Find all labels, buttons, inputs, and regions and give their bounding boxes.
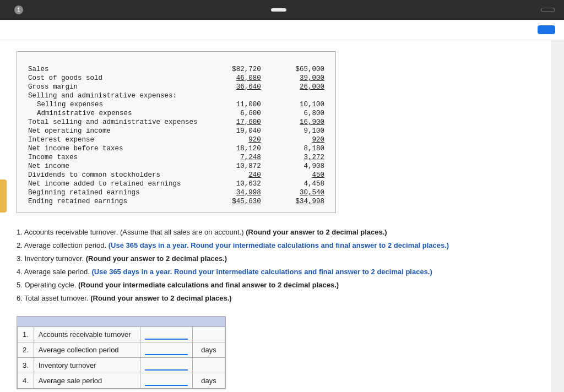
main-content: Sales$82,720$65,000Cost of goods sold46,…: [0, 40, 551, 392]
statement-row-label-11: Net income: [26, 162, 200, 171]
statement-row-last-10: 3,272: [263, 153, 327, 162]
answer-input-2[interactable]: [145, 345, 188, 355]
required-section: 1. Accounts receivable turnover. (Assume…: [17, 226, 534, 305]
required-item-3: 3. Inventory turnover. (Round your answe…: [17, 253, 534, 265]
statement-row-label-2: Gross margin: [26, 83, 200, 91]
statement-row-this-5: 6,600: [200, 109, 263, 118]
statement-row-label-7: Net operating income: [26, 127, 200, 135]
check-my-area: [0, 20, 564, 40]
required-item-5: 5. Operating cycle. (Round your intermed…: [17, 279, 534, 291]
statement-row-label-8: Interest expense: [26, 135, 200, 144]
statement-row-last-3: [263, 91, 327, 100]
statement-row-this-4: 11,000: [200, 100, 263, 109]
statement-row-this-13: 10,632: [200, 179, 263, 188]
answer-row-num-4: 4.: [18, 373, 34, 388]
statement-row-last-2: 26,000: [263, 83, 327, 91]
answer-input-3[interactable]: [145, 360, 188, 371]
answer-table: 1.Accounts receivable turnover2.Average …: [17, 326, 225, 389]
answer-table-container: 1.Accounts receivable turnover2.Average …: [17, 316, 226, 389]
statement-row-label-13: Net income added to retained earnings: [26, 179, 200, 188]
statement-row-last-9: 8,180: [263, 144, 327, 153]
save-exit-button[interactable]: [541, 8, 555, 12]
statement-row-label-12: Dividends to common stockholders: [26, 171, 200, 179]
answer-input-1[interactable]: [145, 329, 188, 340]
statement-row-last-6: 16,900: [263, 118, 327, 127]
answer-row-input-cell-3: [140, 357, 192, 373]
check-my-button[interactable]: [538, 25, 555, 34]
answer-table-row-4: 4.Average sale perioddays: [18, 373, 225, 388]
statement-row-this-14: 34,998: [200, 188, 263, 197]
required-text-bold-3: (Round your answer to 2 decimal places.): [86, 254, 227, 263]
statement-table: Sales$82,720$65,000Cost of goods sold46,…: [26, 64, 327, 206]
statement-row-last-1: 39,000: [263, 74, 327, 83]
answer-row-unit-4: days: [192, 373, 225, 388]
answer-table-row-2: 2.Average collection perioddays: [18, 342, 225, 357]
answer-row-input-cell-1: [140, 326, 192, 342]
info-icon[interactable]: i: [14, 6, 23, 14]
answer-table-header: [17, 317, 225, 326]
required-num-6: 6.: [17, 294, 24, 302]
answer-row-label-3: Inventory turnover: [34, 357, 140, 373]
statement-row-this-6: 17,600: [200, 118, 263, 127]
required-text-normal-2: Average collection period.: [24, 241, 109, 249]
required-text-normal-1: Accounts receivable turnover. (Assume th…: [24, 228, 246, 236]
statement-row-last-15: $34,998: [263, 197, 327, 206]
answer-input-4[interactable]: [145, 375, 188, 386]
statement-row-last-8: 920: [263, 135, 327, 144]
statement-row-this-10: 7,248: [200, 153, 263, 162]
saved-badge: [271, 8, 286, 12]
statement-row-last-4: 10,100: [263, 100, 327, 109]
statement-row-this-0: $82,720: [200, 65, 263, 74]
statement-row-this-7: 19,040: [200, 127, 263, 135]
answer-table-row-1: 1.Accounts receivable turnover: [18, 326, 225, 342]
statement-row-this-8: 920: [200, 135, 263, 144]
statement-row-label-6: Total selling and administrative expense…: [26, 118, 200, 127]
top-bar-center: [271, 8, 286, 12]
statement-row-label-14: Beginning retained earnings: [26, 188, 200, 197]
answer-row-num-1: 1.: [18, 326, 34, 342]
statement-row-label-3: Selling and administrative expenses:: [26, 91, 200, 100]
statement-row-last-5: 6,800: [263, 109, 327, 118]
statement-row-last-11: 4,908: [263, 162, 327, 171]
statement-row-last-14: 30,540: [263, 188, 327, 197]
required-item-4: 4. Average sale period. (Use 365 days in…: [17, 266, 534, 278]
required-text-normal-6: Total asset turnover.: [24, 294, 90, 302]
required-text-normal-4: Average sale period.: [24, 268, 92, 276]
answer-row-label-4: Average sale period: [34, 373, 140, 388]
answer-row-num-3: 3.: [18, 357, 34, 373]
answer-row-unit-empty-1: [192, 326, 225, 342]
top-bar-right: [534, 8, 555, 12]
statement-row-label-15: Ending retained earnings: [26, 197, 200, 206]
required-text-bold-1: (Round your answer to 2 decimal places.): [246, 228, 387, 236]
statement-row-label-10: Income taxes: [26, 153, 200, 162]
statement-row-label-9: Net income before taxes: [26, 144, 200, 153]
required-item-2: 2. Average collection period. (Use 365 d…: [17, 239, 534, 252]
answer-row-label-1: Accounts receivable turnover: [34, 326, 140, 342]
required-num-4: 4.: [17, 268, 24, 276]
answer-row-unit-empty-3: [192, 357, 225, 373]
required-num-3: 3.: [17, 254, 24, 263]
top-bar: i: [0, 0, 564, 20]
statement-row-this-9: 18,120: [200, 144, 263, 153]
statement-row-label-1: Cost of goods sold: [26, 74, 200, 83]
required-text-blue-2: (Use 365 days in a year. Round your inte…: [109, 241, 449, 249]
answer-row-num-2: 2.: [18, 342, 34, 357]
required-text-bold-5: (Round your intermediate calculations an…: [78, 281, 339, 289]
required-num-2: 2.: [17, 241, 24, 249]
required-text-blue-4: (Use 365 days in a year. Round your inte…: [91, 268, 432, 276]
required-num-5: 5.: [17, 281, 24, 289]
required-text-normal-5: Operating cycle.: [24, 281, 78, 289]
statement-row-last-13: 4,458: [263, 179, 327, 188]
statement-container: Sales$82,720$65,000Cost of goods sold46,…: [17, 51, 336, 213]
statement-row-this-3: [200, 91, 263, 100]
answer-row-unit-2: days: [192, 342, 225, 357]
required-item-1: 1. Accounts receivable turnover. (Assume…: [17, 226, 534, 238]
statement-row-label-5: Administrative expenses: [26, 109, 200, 118]
statement-row-label-0: Sales: [26, 65, 200, 74]
statement-row-this-15: $45,630: [200, 197, 263, 206]
required-list: 1. Accounts receivable turnover. (Assume…: [17, 226, 534, 305]
statement-row-label-4: Selling expenses: [26, 100, 200, 109]
statement-row-last-0: $65,000: [263, 65, 327, 74]
statement-row-this-2: 36,640: [200, 83, 263, 91]
statement-row-this-1: 46,080: [200, 74, 263, 83]
